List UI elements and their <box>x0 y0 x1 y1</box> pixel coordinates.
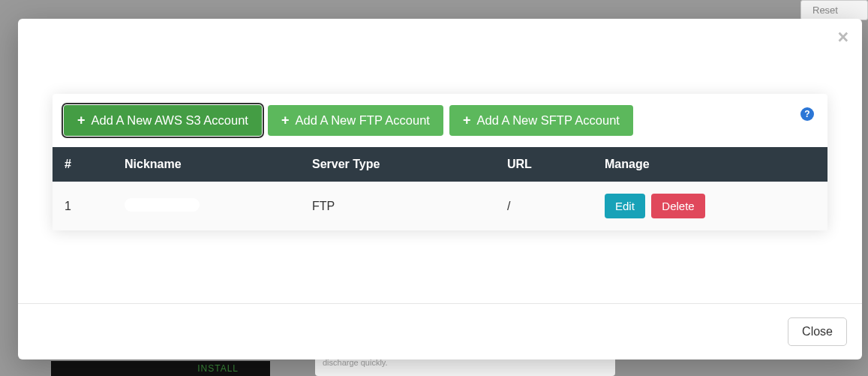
modal-body: ? + Add A New AWS S3 Account + Add A New… <box>18 19 862 303</box>
button-label: Add A New FTP Account <box>295 113 429 128</box>
cell-manage: Edit Delete <box>593 182 827 230</box>
accounts-modal: × ? + Add A New AWS S3 Account + Add A N… <box>18 19 862 359</box>
plus-icon: + <box>77 113 86 128</box>
button-label: Add A New AWS S3 Account <box>92 113 248 128</box>
bg-install-card: INSTALL <box>51 361 270 376</box>
table-header-row: # Nickname Server Type URL Manage <box>53 147 827 182</box>
table-row: 1 FTP / Edit Delete <box>53 182 827 230</box>
edit-button[interactable]: Edit <box>605 194 645 218</box>
add-sftp-button[interactable]: + Add A New SFTP Account <box>449 105 633 136</box>
plus-icon: + <box>281 113 290 128</box>
close-button[interactable]: Close <box>788 317 847 346</box>
col-num: # <box>53 147 113 182</box>
col-manage: Manage <box>593 147 827 182</box>
redacted-nickname <box>125 198 200 212</box>
col-nickname: Nickname <box>113 147 300 182</box>
cell-nickname <box>113 182 300 230</box>
cell-url: / <box>495 182 593 230</box>
add-ftp-button[interactable]: + Add A New FTP Account <box>268 105 443 136</box>
accounts-panel: ? + Add A New AWS S3 Account + Add A New… <box>53 94 827 230</box>
modal-footer: Close <box>18 303 862 359</box>
help-icon[interactable]: ? <box>800 107 814 121</box>
button-label: Add A New SFTP Account <box>476 113 619 128</box>
delete-button[interactable]: Delete <box>651 194 704 218</box>
plus-icon: + <box>463 113 471 128</box>
col-server-type: Server Type <box>300 147 495 182</box>
panel-toolbar: + Add A New AWS S3 Account + Add A New F… <box>53 94 827 147</box>
add-aws-s3-button[interactable]: + Add A New AWS S3 Account <box>64 105 262 136</box>
accounts-table: # Nickname Server Type URL Manage 1 FTP … <box>53 147 827 230</box>
close-icon[interactable]: × <box>837 28 848 47</box>
bg-reset-button: Reset <box>800 0 868 20</box>
cell-num: 1 <box>53 182 113 230</box>
cell-server-type: FTP <box>300 182 495 230</box>
col-url: URL <box>495 147 593 182</box>
